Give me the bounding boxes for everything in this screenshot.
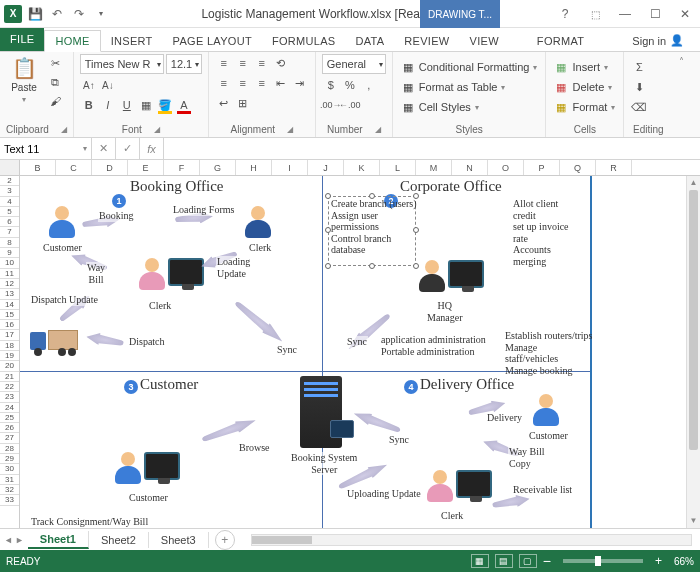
- font-size-combo[interactable]: 12.1▾: [166, 54, 202, 74]
- decrease-indent-icon[interactable]: ⇤: [272, 74, 290, 92]
- name-box[interactable]: Text 11▾: [0, 138, 92, 159]
- row-header[interactable]: 23: [0, 392, 19, 402]
- collapse-ribbon-icon[interactable]: ˄: [672, 52, 690, 137]
- increase-decimal-icon[interactable]: .00→: [322, 96, 340, 114]
- percent-icon[interactable]: %: [341, 76, 359, 94]
- scrollbar-thumb[interactable]: [252, 536, 312, 544]
- bold-icon[interactable]: B: [80, 96, 98, 114]
- number-format-combo[interactable]: General▾: [322, 54, 386, 74]
- worksheet-canvas[interactable]: Booking Office 1 Corporate Office 2 Cust…: [20, 176, 700, 528]
- autosum-icon[interactable]: Σ: [630, 58, 648, 76]
- format-as-table-button[interactable]: ▦Format as Table▾: [399, 78, 508, 96]
- accounting-icon[interactable]: $: [322, 76, 340, 94]
- clear-icon[interactable]: ⌫: [630, 98, 648, 116]
- scrollbar-thumb[interactable]: [689, 190, 698, 450]
- row-header[interactable]: 16: [0, 320, 19, 330]
- font-name-combo[interactable]: Times New R▾: [80, 54, 164, 74]
- align-left-icon[interactable]: ≡: [215, 74, 233, 92]
- copy-icon[interactable]: ⧉: [46, 73, 64, 91]
- zoom-level[interactable]: 66%: [674, 556, 694, 567]
- tab-format-context[interactable]: FORMAT: [527, 31, 594, 51]
- comma-icon[interactable]: ,: [360, 76, 378, 94]
- dialog-launcher-icon[interactable]: ◢: [287, 125, 293, 134]
- row-header[interactable]: 6: [0, 217, 19, 227]
- align-center-icon[interactable]: ≡: [234, 74, 252, 92]
- tab-data[interactable]: DATA: [345, 31, 394, 51]
- row-header[interactable]: 17: [0, 330, 19, 340]
- row-header[interactable]: 32: [0, 485, 19, 495]
- column-header[interactable]: P: [524, 160, 560, 175]
- column-header[interactable]: Q: [560, 160, 596, 175]
- row-header[interactable]: 22: [0, 382, 19, 392]
- sheet-tab-3[interactable]: Sheet3: [149, 532, 209, 548]
- horizontal-scrollbar[interactable]: [251, 534, 692, 546]
- row-header[interactable]: 20: [0, 361, 19, 371]
- tab-file[interactable]: FILE: [0, 27, 44, 51]
- align-bottom-icon[interactable]: ≡: [253, 54, 271, 72]
- column-header[interactable]: K: [344, 160, 380, 175]
- row-header[interactable]: 3: [0, 186, 19, 196]
- sheet-tab-1[interactable]: Sheet1: [28, 531, 89, 549]
- decrease-font-icon[interactable]: A↓: [99, 76, 117, 94]
- tab-insert[interactable]: INSERT: [101, 31, 163, 51]
- tab-formulas[interactable]: FORMULAS: [262, 31, 346, 51]
- format-painter-icon[interactable]: 🖌: [46, 92, 64, 110]
- column-header[interactable]: N: [452, 160, 488, 175]
- row-header[interactable]: 12: [0, 279, 19, 289]
- row-header[interactable]: 25: [0, 413, 19, 423]
- row-header[interactable]: 18: [0, 341, 19, 351]
- row-header[interactable]: 33: [0, 495, 19, 505]
- row-header[interactable]: 2: [0, 176, 19, 186]
- border-icon[interactable]: ▦: [137, 96, 155, 114]
- sheet-tab-2[interactable]: Sheet2: [89, 532, 149, 548]
- column-header[interactable]: D: [92, 160, 128, 175]
- increase-font-icon[interactable]: A↑: [80, 76, 98, 94]
- column-header[interactable]: J: [308, 160, 344, 175]
- row-header[interactable]: 19: [0, 351, 19, 361]
- row-header[interactable]: 30: [0, 464, 19, 474]
- zoom-in-button[interactable]: +: [655, 554, 662, 568]
- scroll-down-icon[interactable]: ▼: [687, 514, 700, 528]
- fill-icon[interactable]: ⬇: [630, 78, 648, 96]
- dialog-launcher-icon[interactable]: ◢: [154, 125, 160, 134]
- wrap-text-icon[interactable]: ↩: [215, 94, 233, 112]
- zoom-slider[interactable]: [563, 559, 643, 563]
- tab-review[interactable]: REVIEW: [394, 31, 459, 51]
- vertical-scrollbar[interactable]: ▲ ▼: [686, 176, 700, 528]
- help-icon[interactable]: ?: [550, 0, 580, 28]
- column-header[interactable]: E: [128, 160, 164, 175]
- column-header[interactable]: C: [56, 160, 92, 175]
- column-header[interactable]: O: [488, 160, 524, 175]
- undo-icon[interactable]: ↶: [48, 5, 66, 23]
- merge-center-icon[interactable]: ⊞: [234, 94, 252, 112]
- minimize-icon[interactable]: —: [610, 0, 640, 28]
- dialog-launcher-icon[interactable]: ◢: [375, 125, 381, 134]
- select-all-corner[interactable]: [0, 160, 19, 176]
- fill-color-icon[interactable]: 🪣: [156, 96, 174, 114]
- formula-input[interactable]: [164, 138, 700, 159]
- underline-icon[interactable]: U: [118, 96, 136, 114]
- row-header[interactable]: 8: [0, 238, 19, 248]
- tab-page-layout[interactable]: PAGE LAYOUT: [163, 31, 262, 51]
- tab-view[interactable]: VIEW: [460, 31, 509, 51]
- orientation-icon[interactable]: ⟲: [272, 54, 290, 72]
- enter-formula-icon[interactable]: ✓: [116, 138, 140, 159]
- page-layout-view-icon[interactable]: ▤: [495, 554, 513, 568]
- column-header[interactable]: B: [20, 160, 56, 175]
- add-sheet-button[interactable]: +: [215, 530, 235, 550]
- row-header[interactable]: 7: [0, 227, 19, 237]
- align-right-icon[interactable]: ≡: [253, 74, 271, 92]
- zoom-out-button[interactable]: −: [543, 553, 551, 569]
- align-top-icon[interactable]: ≡: [215, 54, 233, 72]
- column-header[interactable]: G: [200, 160, 236, 175]
- dialog-launcher-icon[interactable]: ◢: [61, 125, 67, 134]
- row-header[interactable]: 14: [0, 300, 19, 310]
- row-header[interactable]: 10: [0, 258, 19, 268]
- decrease-decimal-icon[interactable]: ←.00: [341, 96, 359, 114]
- ribbon-display-icon[interactable]: ⬚: [580, 0, 610, 28]
- format-cells-button[interactable]: ▦Format▾: [552, 98, 617, 116]
- cut-icon[interactable]: ✂: [46, 54, 64, 72]
- scroll-up-icon[interactable]: ▲: [687, 176, 700, 190]
- row-header[interactable]: 31: [0, 475, 19, 485]
- row-header[interactable]: 27: [0, 433, 19, 443]
